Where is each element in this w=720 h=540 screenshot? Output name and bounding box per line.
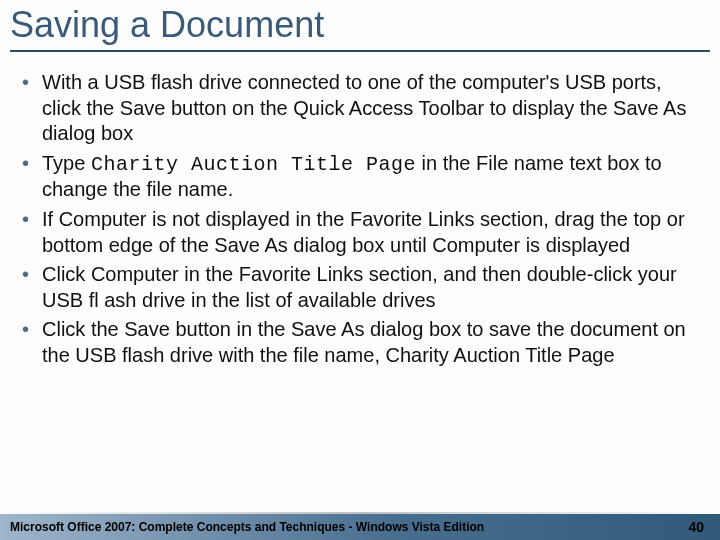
list-item: If Computer is not displayed in the Favo… <box>18 207 702 258</box>
slide-footer: Microsoft Office 2007: Complete Concepts… <box>0 514 720 540</box>
list-item: Click Computer in the Favorite Links sec… <box>18 262 702 313</box>
footer-left-text: Microsoft Office 2007: Complete Concepts… <box>10 520 484 534</box>
list-item: Type Charity Auction Title Page in the F… <box>18 151 702 203</box>
bullet-text: With a USB flash drive connected to one … <box>42 71 686 144</box>
bullet-mono: Charity Auction Title Page <box>91 153 416 176</box>
bullet-list: With a USB flash drive connected to one … <box>18 70 702 369</box>
page-number: 40 <box>688 519 704 535</box>
slide-title: Saving a Document <box>10 4 710 46</box>
bullet-text: If Computer is not displayed in the Favo… <box>42 208 685 256</box>
slide: Saving a Document With a USB flash drive… <box>0 0 720 540</box>
bullet-text: Click the Save button in the Save As dia… <box>42 318 686 366</box>
list-item: With a USB flash drive connected to one … <box>18 70 702 147</box>
slide-body: With a USB flash drive connected to one … <box>0 52 720 540</box>
title-area: Saving a Document <box>0 0 720 48</box>
bullet-text-before: Type <box>42 152 91 174</box>
list-item: Click the Save button in the Save As dia… <box>18 317 702 368</box>
bullet-text: Click Computer in the Favorite Links sec… <box>42 263 677 311</box>
